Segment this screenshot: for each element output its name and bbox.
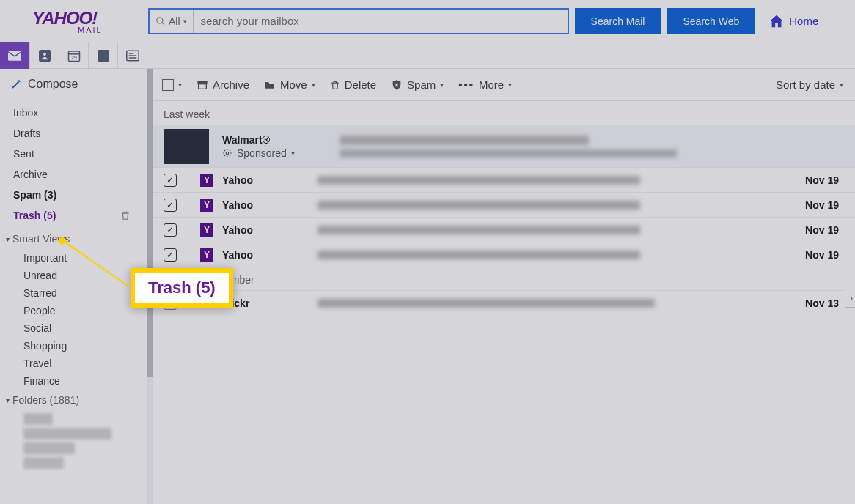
svg-text:29: 29 — [71, 55, 77, 60]
smart-travel[interactable]: Travel — [0, 355, 147, 372]
mail-app-icon[interactable] — [0, 42, 29, 69]
archive-button[interactable]: Archive — [197, 78, 249, 91]
more-button[interactable]: ••• More▾ — [458, 78, 512, 91]
user-folders-header[interactable]: ▾ Folders (1881) — [0, 390, 147, 410]
redacted-folder[interactable] — [23, 442, 75, 454]
compose-label: Compose — [28, 78, 78, 91]
spam-button[interactable]: Spam▾ — [391, 78, 444, 91]
redacted-folder[interactable] — [23, 413, 53, 425]
smart-starred[interactable]: Starred — [0, 284, 147, 302]
row-checkbox[interactable]: ✓ — [164, 223, 177, 237]
mail-row[interactable]: ✓ Y Yahoo Nov 19 — [147, 167, 855, 192]
yahoo-icon: Y — [200, 199, 213, 212]
smart-important[interactable]: Important — [0, 249, 147, 267]
delete-label: Delete — [345, 78, 376, 91]
mail-row[interactable]: ✓ Y Yahoo Nov 19 — [147, 192, 855, 217]
row-checkbox[interactable]: ✓ — [164, 199, 177, 212]
notes-app-icon[interactable] — [88, 42, 117, 69]
app-icon-row: 29 — [0, 42, 855, 69]
row-date: Nov 19 — [805, 174, 839, 186]
row-sender: Flickr — [222, 297, 318, 309]
dots-icon: ••• — [458, 78, 474, 91]
smart-unread[interactable]: Unread — [0, 267, 147, 284]
svg-point-0 — [157, 17, 163, 23]
home-icon — [768, 13, 785, 29]
row-subject — [318, 226, 805, 234]
shield-x-icon — [391, 79, 403, 91]
folder-inbox[interactable]: Inbox — [0, 103, 147, 123]
contacts-app-icon[interactable] — [29, 42, 59, 69]
select-all[interactable]: ▾ — [162, 79, 182, 91]
sidebar: Compose Inbox Drafts Sent Archive Spam (… — [0, 69, 147, 504]
smart-social[interactable]: Social — [0, 319, 147, 337]
svg-line-21 — [230, 155, 230, 155]
sponsored-row[interactable]: Walmart® Sponsored ▾ — [147, 125, 855, 167]
header: YAHOO! MAIL All ▾ Search Mail Search Web… — [0, 0, 855, 42]
expand-handle[interactable]: › — [845, 289, 855, 308]
search-icon — [155, 16, 166, 26]
redacted-folder[interactable] — [23, 428, 111, 440]
sponsored-label: Sponsored — [237, 147, 287, 159]
ad-sender: Walmart® — [222, 134, 318, 146]
yahoo-icon: Y — [200, 248, 213, 262]
home-link[interactable]: Home — [768, 13, 818, 29]
row-subject — [318, 251, 805, 259]
toolbar: ▾ Archive Move▾ Delete Spam▾ ••• More▾ — [147, 69, 855, 101]
section-earlier: Earlier in November — [147, 267, 855, 290]
news-app-icon[interactable] — [117, 42, 147, 69]
chevron-down-icon: ▾ — [291, 149, 295, 157]
archive-label: Archive — [213, 78, 249, 91]
svg-line-1 — [162, 22, 164, 24]
folder-drafts[interactable]: Drafts — [0, 123, 147, 144]
chevron-down-icon: ▾ — [6, 396, 10, 404]
trash-icon[interactable] — [120, 210, 131, 220]
sort-dropdown[interactable]: Sort by date▾ — [776, 78, 843, 91]
row-sender: Yahoo — [222, 199, 318, 211]
search-input[interactable] — [194, 10, 568, 33]
section-last-week: Last week — [147, 101, 855, 125]
callout-box: Trash (5) — [131, 268, 233, 308]
move-button[interactable]: Move▾ — [264, 78, 315, 91]
search-scope-label: All — [169, 15, 180, 27]
row-date: Nov 19 — [805, 249, 839, 261]
logo[interactable]: YAHOO! MAIL — [32, 8, 142, 34]
folder-sent[interactable]: Sent — [0, 144, 147, 164]
svg-rect-8 — [98, 50, 109, 62]
mail-row[interactable]: Flickr Nov 13 — [147, 290, 855, 315]
sort-label: Sort by date — [776, 78, 835, 91]
row-checkbox[interactable]: ✓ — [164, 174, 177, 187]
folder-trash-label: Trash (5) — [13, 210, 56, 221]
smart-views-header[interactable]: ▾ Smart Views — [0, 229, 147, 249]
sponsored-badge[interactable]: Sponsored ▾ — [222, 147, 318, 159]
row-sender: Yahoo — [222, 249, 318, 261]
user-folders-label: Folders (1881) — [12, 394, 79, 406]
search-box: All ▾ — [148, 8, 569, 34]
folder-archive[interactable]: Archive — [0, 164, 147, 185]
spam-label: Spam — [407, 78, 436, 91]
calendar-app-icon[interactable]: 29 — [59, 42, 88, 69]
row-subject — [318, 176, 805, 185]
search-scope-dropdown[interactable]: All ▾ — [150, 10, 194, 33]
redacted-folder[interactable] — [23, 457, 64, 469]
sun-icon — [222, 148, 232, 158]
mail-row[interactable]: ✓ Y Yahoo Nov 19 — [147, 242, 855, 267]
more-label: More — [479, 78, 504, 91]
smart-people[interactable]: People — [0, 302, 147, 319]
row-date: Nov 19 — [805, 224, 839, 236]
yahoo-icon: Y — [200, 174, 213, 187]
row-subject — [318, 201, 805, 210]
mail-row[interactable]: ✓ Y Yahoo Nov 19 — [147, 217, 855, 242]
folder-spam[interactable]: Spam (3) — [0, 185, 147, 205]
svg-line-23 — [230, 149, 230, 150]
row-checkbox[interactable]: ✓ — [164, 248, 177, 262]
search-area: All ▾ Search Mail Search Web — [148, 8, 755, 34]
compose-button[interactable]: Compose — [0, 69, 147, 100]
search-web-button[interactable]: Search Web — [667, 8, 755, 34]
svg-line-20 — [224, 149, 225, 150]
folder-trash[interactable]: Trash (5) — [0, 205, 147, 226]
delete-button[interactable]: Delete — [330, 78, 376, 91]
scroll-thumb[interactable] — [147, 69, 153, 377]
search-mail-button[interactable]: Search Mail — [575, 8, 661, 34]
smart-finance[interactable]: Finance — [0, 372, 147, 390]
smart-shopping[interactable]: Shopping — [0, 337, 147, 355]
